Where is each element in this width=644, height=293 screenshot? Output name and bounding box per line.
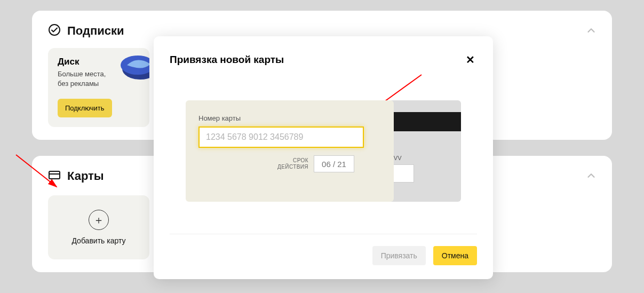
check-circle-icon <box>48 23 61 38</box>
subscriptions-title: Подписки <box>67 24 124 38</box>
card-front: Номер карты СРОК ДЕЙСТВИЯ <box>186 100 394 202</box>
credit-card-icon <box>48 169 61 184</box>
connect-button[interactable]: Подключить <box>58 99 112 117</box>
disk-subscription-card: Диск Больше места, без рекламы Подключит… <box>48 48 149 127</box>
card-number-input[interactable] <box>198 126 364 148</box>
chevron-up-icon[interactable] <box>585 170 597 184</box>
bind-card-modal: Привязка новой карты ✕ CVC/CVV Номер кар… <box>154 36 493 279</box>
modal-title: Привязка новой карты <box>170 54 284 66</box>
add-card-label: Добавить карту <box>71 236 125 245</box>
card-visual: CVC/CVV Номер карты СРОК ДЕЙСТВИЯ <box>186 100 461 202</box>
close-icon: ✕ <box>466 54 475 66</box>
card-number-label: Номер карты <box>198 114 381 122</box>
svg-point-0 <box>49 25 60 35</box>
svg-rect-3 <box>49 171 60 179</box>
plus-icon: ＋ <box>89 210 109 230</box>
cancel-button[interactable]: Отмена <box>433 246 477 265</box>
bind-button[interactable]: Привязать <box>372 246 426 265</box>
cards-title: Карты <box>67 169 104 183</box>
add-card-button[interactable]: ＋ Добавить карту <box>48 195 149 259</box>
chevron-up-icon[interactable] <box>585 25 597 38</box>
disk-logo-icon <box>116 50 149 82</box>
close-button[interactable]: ✕ <box>464 51 477 68</box>
expiry-label: СРОК ДЕЙСТВИЯ <box>277 157 308 171</box>
expiry-input[interactable] <box>314 155 354 172</box>
